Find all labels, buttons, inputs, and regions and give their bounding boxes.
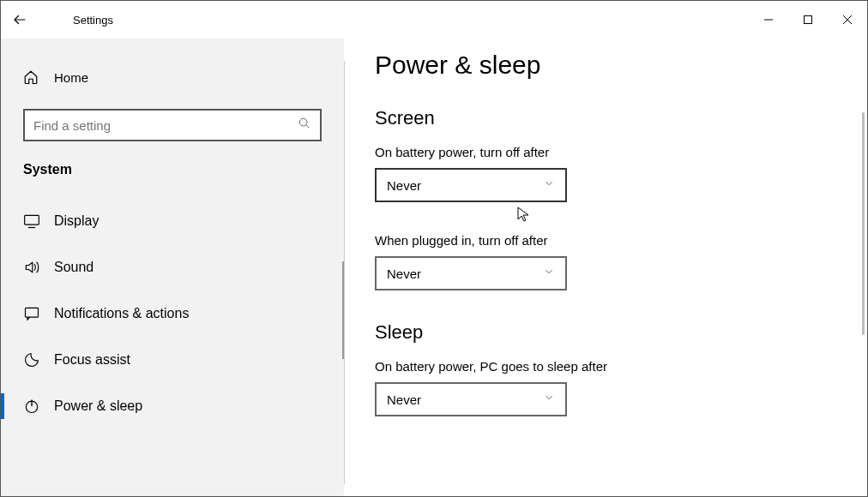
minimize-icon bbox=[763, 15, 774, 25]
sidebar: Home System Display Sound bbox=[1, 39, 344, 496]
dropdown-value: Never bbox=[387, 178, 543, 193]
content: Home System Display Sound bbox=[1, 39, 867, 496]
sidebar-category: System bbox=[23, 162, 344, 177]
sidebar-item-notifications[interactable]: Notifications & actions bbox=[1, 290, 344, 337]
back-button[interactable] bbox=[1, 12, 39, 27]
search-input[interactable] bbox=[33, 118, 298, 133]
sleep-battery-label: On battery power, PC goes to sleep after bbox=[375, 359, 836, 374]
home-icon bbox=[23, 69, 42, 85]
sidebar-home-label: Home bbox=[54, 70, 88, 85]
focus-assist-icon bbox=[23, 351, 42, 368]
maximize-button[interactable] bbox=[788, 1, 828, 39]
svg-line-5 bbox=[306, 125, 309, 128]
sidebar-item-label: Display bbox=[54, 213, 99, 229]
search-icon bbox=[298, 117, 311, 134]
sidebar-item-focus-assist[interactable]: Focus assist bbox=[1, 337, 344, 383]
sidebar-item-label: Notifications & actions bbox=[54, 306, 189, 321]
search-wrap bbox=[23, 109, 322, 141]
screen-battery-dropdown[interactable]: Never bbox=[375, 168, 567, 202]
sleep-battery-dropdown[interactable]: Never bbox=[375, 382, 567, 416]
notifications-icon bbox=[23, 305, 42, 322]
sidebar-item-power-sleep[interactable]: Power & sleep bbox=[1, 383, 344, 429]
window-title: Settings bbox=[73, 14, 113, 27]
sidebar-item-label: Sound bbox=[54, 260, 93, 275]
screen-plugged-dropdown[interactable]: Never bbox=[375, 256, 567, 290]
sidebar-item-display[interactable]: Display bbox=[1, 198, 344, 244]
search-input-container[interactable] bbox=[23, 109, 322, 141]
sound-icon bbox=[23, 259, 42, 276]
maximize-icon bbox=[803, 15, 813, 25]
sidebar-item-label: Focus assist bbox=[54, 352, 130, 368]
dropdown-value: Never bbox=[387, 266, 543, 281]
section-sleep-heading: Sleep bbox=[375, 321, 836, 344]
svg-rect-8 bbox=[26, 308, 39, 317]
screen-plugged-label: When plugged in, turn off after bbox=[375, 233, 836, 248]
dropdown-value: Never bbox=[387, 392, 543, 407]
svg-rect-6 bbox=[25, 215, 39, 225]
minimize-button[interactable] bbox=[749, 1, 788, 39]
display-icon bbox=[23, 213, 42, 230]
svg-point-4 bbox=[299, 118, 307, 126]
screen-battery-label: On battery power, turn off after bbox=[375, 145, 836, 159]
close-button[interactable] bbox=[828, 1, 867, 39]
svg-rect-1 bbox=[805, 16, 812, 24]
section-screen-heading: Screen bbox=[375, 107, 836, 129]
page-heading: Power & sleep bbox=[375, 51, 836, 80]
close-icon bbox=[842, 15, 853, 25]
chevron-down-icon bbox=[543, 177, 555, 193]
scrollbar[interactable] bbox=[862, 112, 865, 335]
titlebar: Settings bbox=[1, 1, 867, 39]
power-icon bbox=[23, 398, 42, 415]
window-controls bbox=[749, 1, 867, 39]
chevron-down-icon bbox=[543, 266, 555, 281]
sidebar-home[interactable]: Home bbox=[1, 61, 344, 93]
arrow-left-icon bbox=[12, 12, 27, 27]
sidebar-nav: Display Sound Notifications & actions Fo… bbox=[1, 198, 344, 429]
main-panel: Power & sleep Screen On battery power, t… bbox=[344, 39, 867, 496]
chevron-down-icon bbox=[543, 392, 555, 407]
sidebar-item-label: Power & sleep bbox=[54, 398, 142, 414]
sidebar-item-sound[interactable]: Sound bbox=[1, 244, 344, 290]
